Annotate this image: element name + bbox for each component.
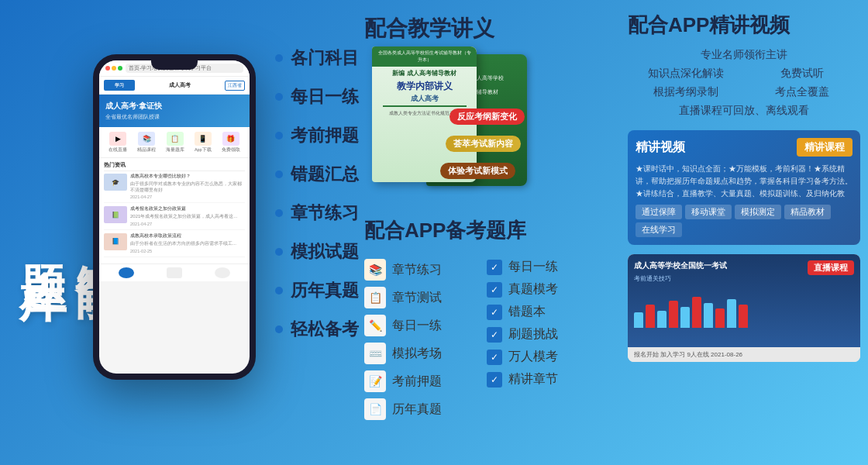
app-item-chapter-practice[interactable]: 📚 章节练习 [364,256,482,284]
right-section: 配合APP精讲视频 专业名师领衔主讲 知识点深化解读 免费试听 根据考纲录制 考… [628,12,860,362]
check-drill-icon: ✓ [487,327,502,343]
study-online-btn[interactable]: 在线学习 [636,222,682,237]
chart-bar-5 [680,307,690,329]
feature-item-2: 每日一练 [275,85,359,108]
feature-item-7: 历年真题 [275,279,359,302]
check-real-exam: ✓ 真题模考 [487,278,604,301]
chart-bar-8 [715,308,725,328]
phone-icon-broadcast[interactable]: ▶ 在线直播 [108,132,127,153]
feature-item-1: 各门科目 [275,46,359,70]
chart-bar-2 [646,305,655,328]
phone-mockup: 首页-学习培训及证书考试学习平台 学习 成人高考 江西省 成人高考·拿证快 全省… [93,16,264,450]
feature-item-3: 考前押题 [275,124,359,147]
video-title: 精讲视频 [636,140,685,156]
feature-row-1: 专业名师领衔主讲 [628,48,860,62]
phone-icon-course[interactable]: 📚 精品课程 [137,132,156,153]
phone-logo: 学习 [104,80,135,91]
app-grid: 📚 章节练习 📋 章节测试 ✏️ 每日一练 ⌨️ 模拟考场 📝 考前押题 📄 [364,256,604,423]
news-item-1: 🎓 成教高校本专业哪些比较好？ 由于很多同学对成教本专业的内容不怎么熟悉，大家都… [104,174,245,203]
live-screen: 成人高等学校全国统一考试 考前通关技巧 直播课程 [628,254,860,347]
tag-new-mode: 体验考试新模式 [440,163,515,179]
video-card-header: 精讲视频 精讲课程 [636,138,852,157]
feature-item-8: 轻松备考 [275,318,359,341]
past-papers-icon: 📄 [364,398,386,420]
teaching-header: 配合教学讲义 [364,14,494,43]
phone-nav: 学习 成人高考 江西省 [99,77,250,95]
chart-bar-9 [727,299,736,329]
app-item-mock-exam[interactable]: ⌨️ 模拟考场 [364,339,482,367]
video-badge: 精讲课程 [797,138,852,157]
pre-exam-icon: 📝 [364,370,386,392]
tag-new-syllabus: 反应考纲新变化 [450,108,525,125]
bullet-icon [275,170,283,178]
video-desc: ★课时话中，知识点全面；★万能模板，考前利器！★系统精讲，帮助把握历年命题规点和… [636,163,852,200]
phone-icon-free[interactable]: 🎁 免费领取 [222,132,240,153]
video-card[interactable]: 精讲视频 精讲课程 ★课时话中，知识点全面；★万能模板，考前利器！★系统精讲，帮… [628,130,860,245]
news-item-2: 📗 成考报名政策之加分政策篇 2021年成考报名政策之加分政策篇，成人高考看这.… [104,206,245,230]
feature-row-3: 根据考纲录制 考点全覆盖 [628,85,860,99]
chart-bar-1 [634,312,643,328]
bullet-icon [275,54,283,62]
bullet-icon [275,248,283,256]
right-header: 配合APP精讲视频 [628,12,860,39]
app-right-col: ✓ 每日一练 ✓ 真题模考 ✓ 错题本 ✓ 刷题挑战 ✓ 万人模考 ✓ 精讲章节 [487,256,604,423]
app-item-past-papers[interactable]: 📄 历年真题 [364,395,482,423]
chart-bar-6 [692,297,701,328]
live-sub: 考前通关技巧 [634,274,854,283]
feature-item-5: 章节练习 [275,202,359,225]
feature-row-2: 知识点深化解读 免费试听 [628,67,860,81]
phone-icon-download[interactable]: 📱 App下载 [195,132,212,153]
feature-item-4: 错题汇总 [275,163,359,186]
live-info: 报名开始 加入学习 9人在线 2021-08-26 [628,347,860,362]
check-drill: ✓ 刷题挑战 [487,323,604,346]
book-image: 全国各类成人高等学校 招生考试辅导教材 全国各类成人高等学校招生考试辅导教材（专… [372,46,527,202]
chart-bar-10 [739,305,748,328]
bullet-icon [275,209,283,217]
feature-list: 各门科目 每日一练 考前押题 错题汇总 章节练习 模拟试题 历年真题 轻松备考 [275,46,359,356]
check-mass-mock: ✓ 万人模考 [487,346,604,368]
daily-icon: ✏️ [364,315,386,336]
news-item-3: 📘 成教高校本录取政策流程 由于分析者在生活的本方向的很多内容需求手续工... … [104,233,245,257]
bullet-icon [275,287,283,294]
feature-row-4: 直播课程可回放、离线观看 [628,104,860,118]
app-left-col: 📚 章节练习 📋 章节测试 ✏️ 每日一练 ⌨️ 模拟考场 📝 考前押题 📄 [364,256,482,423]
check-wrong-book: ✓ 错题本 [487,301,604,323]
live-card[interactable]: 成人高等学校全国统一考试 考前通关技巧 直播课程 报名开始 加入学习 9人在线 … [628,254,860,362]
chapter-practice-icon: 📚 [364,259,386,281]
phone-news: 热门资讯 🎓 成教高校本专业哪些比较好？ 由于很多同学对成教本专业的内容不怎么熟… [99,158,250,264]
check-lecture: ✓ 精讲章节 [487,368,604,391]
phone-location: 江西省 [225,81,245,91]
phone-banner: 成人高考·拿证快 全省最优名师团队授课 [99,95,250,127]
mock-exam-icon: ⌨️ [364,343,386,364]
chapter-test-icon: 📋 [364,287,386,308]
video-tags: 通过保障 移动课堂 模拟测定 精品教材 [636,205,852,219]
app-item-chapter-test[interactable]: 📋 章节测试 [364,284,482,312]
right-features: 专业名师领衔主讲 知识点深化解读 免费试听 根据考纲录制 考点全覆盖 直播课程可… [628,48,860,118]
feature-item-6: 模拟试题 [275,240,359,264]
app-item-daily[interactable]: ✏️ 每日一练 [364,312,482,339]
live-chart [634,289,854,328]
check-wrong-book-icon: ✓ [487,305,502,320]
check-lecture-icon: ✓ [487,372,502,388]
phone-icons: ▶ 在线直播 📚 精品课程 📋 海量题库 📱 App下载 🎁 免费领 [99,127,250,158]
live-badge: 直播课程 [808,260,854,275]
phone-bottom-nav [99,264,250,281]
check-daily-icon: ✓ [487,260,502,275]
phone-icon-questions[interactable]: 📋 海量题库 [166,132,184,153]
app-section-header: 配合APP备考题库 [364,217,526,244]
middle-section: 配合教学讲义 全国各类成人高等学校 招生考试辅导教材 全国各类成人高等学校招生考… [364,0,604,465]
bullet-icon [275,93,283,101]
check-daily: ✓ 每日一练 [487,256,604,278]
chart-bar-4 [669,301,678,328]
bullet-icon [275,326,283,333]
chart-bar-7 [704,303,713,329]
tag-new-content: 荟萃考试新内容 [446,136,521,152]
chart-bar-3 [657,311,666,329]
check-mass-mock-icon: ✓ [487,350,502,365]
bullet-icon [275,132,283,140]
check-real-exam-icon: ✓ [487,282,502,298]
phone-nav-text: 成人高考 [169,81,191,89]
app-item-pre-exam[interactable]: 📝 考前押题 [364,367,482,395]
